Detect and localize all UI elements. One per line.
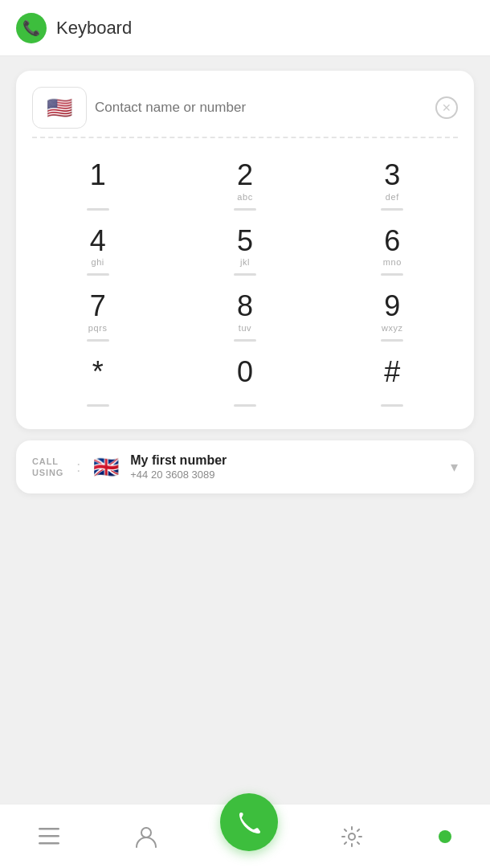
dial-separator <box>87 339 109 342</box>
dial-key-9[interactable]: 9wxyz <box>319 282 466 348</box>
dial-key-7[interactable]: 7pqrs <box>24 282 171 348</box>
clear-button[interactable]: ✕ <box>435 96 458 119</box>
main-content: 🇺🇸 ✕ 12abc3def4ghi5jkl6mno7pqrs8tuv9wxyz… <box>0 56 490 508</box>
colon-separator: : <box>76 459 80 476</box>
number-value: +44 20 3608 3089 <box>130 469 439 481</box>
dial-letters: mno <box>383 257 402 268</box>
country-flag-button[interactable]: 🇺🇸 <box>32 87 87 129</box>
dial-digit: 4 <box>90 225 106 257</box>
dial-digit: 6 <box>384 225 400 257</box>
dial-digit: 3 <box>384 159 400 191</box>
search-row: 🇺🇸 ✕ <box>24 87 466 129</box>
dial-separator <box>381 339 403 342</box>
dial-letters: def <box>386 192 399 203</box>
dial-key-0[interactable]: 0 <box>171 348 318 414</box>
dial-separator <box>234 208 256 211</box>
nav-menu[interactable] <box>26 821 72 852</box>
dial-letters: pqrs <box>88 323 108 334</box>
dial-digit: 0 <box>237 356 253 388</box>
dialpad-grid: 12abc3def4ghi5jkl6mno7pqrs8tuv9wxyz*0# <box>24 151 466 413</box>
call-button[interactable] <box>220 793 278 851</box>
divider <box>32 137 458 138</box>
svg-rect-2 <box>39 828 59 830</box>
number-info: My first number +44 20 3608 3089 <box>130 453 439 481</box>
app-header: 📞 Keyboard <box>0 0 490 56</box>
dial-digit: 7 <box>90 290 106 322</box>
dial-letters: ghi <box>91 257 104 268</box>
dial-letters: wxyz <box>382 323 403 334</box>
dial-key-2[interactable]: 2abc <box>171 151 318 217</box>
call-using-bar[interactable]: CALL USING : 🇬🇧 My first number +44 20 3… <box>16 440 474 493</box>
dial-digit: 8 <box>237 290 253 322</box>
bottom-nav <box>0 804 490 868</box>
dial-digit: 2 <box>237 159 253 191</box>
settings-icon <box>341 826 362 847</box>
contacts-icon <box>136 825 157 848</box>
call-fab-area <box>220 793 278 851</box>
dial-separator <box>381 404 403 407</box>
svg-text:📞: 📞 <box>22 19 41 37</box>
svg-rect-4 <box>39 842 59 845</box>
app-logo-icon: 📞 <box>16 13 47 43</box>
dial-separator <box>234 339 256 342</box>
nav-contacts[interactable] <box>123 819 169 854</box>
nav-status[interactable] <box>426 824 464 850</box>
status-dot-icon <box>439 830 451 843</box>
nav-settings[interactable] <box>329 820 375 854</box>
dial-key-1[interactable]: 1 <box>24 151 171 217</box>
dial-key-#[interactable]: # <box>319 348 466 414</box>
phone-icon <box>236 809 262 835</box>
dial-digit: # <box>384 356 400 388</box>
dial-separator <box>234 404 256 407</box>
dial-separator <box>87 273 109 276</box>
dialpad-card: 🇺🇸 ✕ 12abc3def4ghi5jkl6mno7pqrs8tuv9wxyz… <box>16 71 474 429</box>
dial-separator <box>87 404 109 407</box>
dial-separator <box>381 208 403 211</box>
dial-key-8[interactable]: 8tuv <box>171 282 318 348</box>
dial-separator <box>87 208 109 211</box>
dial-key-*[interactable]: * <box>24 348 171 414</box>
svg-point-6 <box>349 833 355 840</box>
svg-rect-3 <box>39 835 59 837</box>
dial-digit: 5 <box>237 225 253 257</box>
dial-letters: tuv <box>239 323 251 334</box>
dial-key-6[interactable]: 6mno <box>319 217 466 283</box>
dial-digit: 1 <box>90 159 106 191</box>
dial-key-4[interactable]: 4ghi <box>24 217 171 283</box>
chevron-down-icon: ▾ <box>451 458 458 476</box>
call-using-label: CALL USING <box>32 456 63 479</box>
dial-key-5[interactable]: 5jkl <box>171 217 318 283</box>
dial-digit: 9 <box>384 290 400 322</box>
dial-letters: jkl <box>240 257 250 268</box>
number-flag-icon: 🇬🇧 <box>93 455 119 480</box>
dial-letters: abc <box>237 192 252 203</box>
app-title: Keyboard <box>56 18 132 39</box>
menu-icon <box>39 828 59 845</box>
search-wrapper: ✕ <box>95 96 458 119</box>
dial-separator <box>381 273 403 276</box>
svg-point-5 <box>141 828 151 837</box>
number-name: My first number <box>130 453 439 468</box>
dial-separator <box>234 273 256 276</box>
dial-digit: * <box>92 356 104 388</box>
search-input[interactable] <box>95 100 435 116</box>
dial-key-3[interactable]: 3def <box>319 151 466 217</box>
